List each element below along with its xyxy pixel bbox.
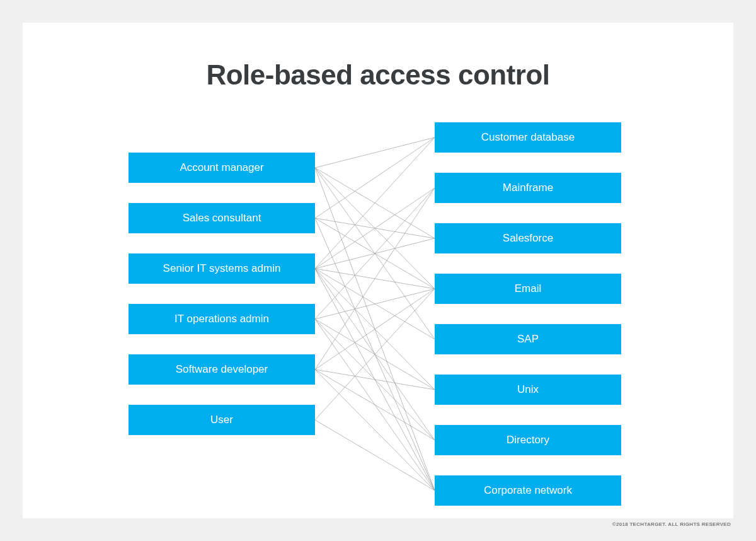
resource-mainframe: Mainframe (435, 173, 621, 203)
resource-label: Directory (507, 434, 549, 446)
resource-email: Email (435, 274, 621, 304)
edge-software-developer-to-mainframe (315, 188, 435, 369)
resource-label: SAP (517, 333, 539, 346)
edge-user-to-email (315, 289, 435, 420)
edge-senior-it-sys-admin-to-mainframe (315, 188, 435, 269)
edge-software-developer-to-corporate-network (315, 369, 435, 491)
edge-senior-it-sys-admin-to-corporate-network (315, 269, 435, 491)
role-senior-it-sys-admin: Senior IT systems admin (129, 253, 315, 284)
copyright-text: ©2018 TECHTARGET. ALL RIGHTS RESERVED (612, 521, 731, 527)
role-software-developer: Software developer (129, 354, 315, 385)
edge-senior-it-sys-admin-to-sap (315, 269, 435, 339)
edge-senior-it-sys-admin-to-customer-database (315, 137, 435, 269)
resource-unix: Unix (435, 375, 621, 405)
diagram-title: Role-based access control (23, 59, 733, 91)
role-it-ops-admin: IT operations admin (129, 304, 315, 334)
edge-senior-it-sys-admin-to-directory (315, 269, 435, 440)
edge-account-manager-to-salesforce (315, 168, 435, 238)
edge-sales-consultant-to-salesforce (315, 218, 435, 238)
role-label: User (210, 414, 233, 426)
edge-senior-it-sys-admin-to-email (315, 269, 435, 289)
role-user: User (129, 405, 315, 435)
edge-it-ops-admin-to-directory (315, 319, 435, 440)
role-account-manager: Account manager (129, 153, 315, 183)
edge-it-ops-admin-to-corporate-network (315, 319, 435, 491)
edge-account-manager-to-corporate-network (315, 168, 435, 491)
edge-user-to-corporate-network (315, 420, 435, 491)
edge-senior-it-sys-admin-to-salesforce (315, 238, 435, 269)
role-label: Account manager (180, 161, 263, 174)
role-label: Sales consultant (183, 212, 261, 224)
resource-label: Unix (517, 383, 539, 396)
edge-software-developer-to-unix (315, 369, 435, 390)
role-label: IT operations admin (175, 313, 269, 325)
edge-account-manager-to-email (315, 168, 435, 289)
edge-software-developer-to-email (315, 289, 435, 369)
resource-customer-database: Customer database (435, 122, 621, 153)
resource-label: Salesforce (503, 232, 553, 245)
edge-it-ops-admin-to-email (315, 289, 435, 319)
edge-software-developer-to-directory (315, 369, 435, 440)
role-label: Software developer (176, 363, 268, 376)
resource-directory: Directory (435, 425, 621, 455)
role-sales-consultant: Sales consultant (129, 203, 315, 233)
resource-label: Mainframe (503, 182, 553, 194)
edge-sales-consultant-to-email (315, 218, 435, 289)
edge-it-ops-admin-to-mainframe (315, 188, 435, 319)
edge-sales-consultant-to-customer-database (315, 137, 435, 218)
edge-sales-consultant-to-corporate-network (315, 218, 435, 491)
edge-account-manager-to-customer-database (315, 137, 435, 168)
edge-account-manager-to-sap (315, 168, 435, 339)
edge-senior-it-sys-admin-to-unix (315, 269, 435, 390)
resource-label: Email (515, 282, 542, 295)
edge-it-ops-admin-to-unix (315, 319, 435, 390)
resource-corporate-network: Corporate network (435, 475, 621, 506)
diagram-card: Role-based access control Account manage… (23, 23, 733, 518)
resource-sap: SAP (435, 324, 621, 354)
role-label: Senior IT systems admin (163, 262, 281, 275)
resource-label: Customer database (481, 131, 575, 144)
resource-salesforce: Salesforce (435, 223, 621, 253)
resource-label: Corporate network (484, 484, 572, 497)
